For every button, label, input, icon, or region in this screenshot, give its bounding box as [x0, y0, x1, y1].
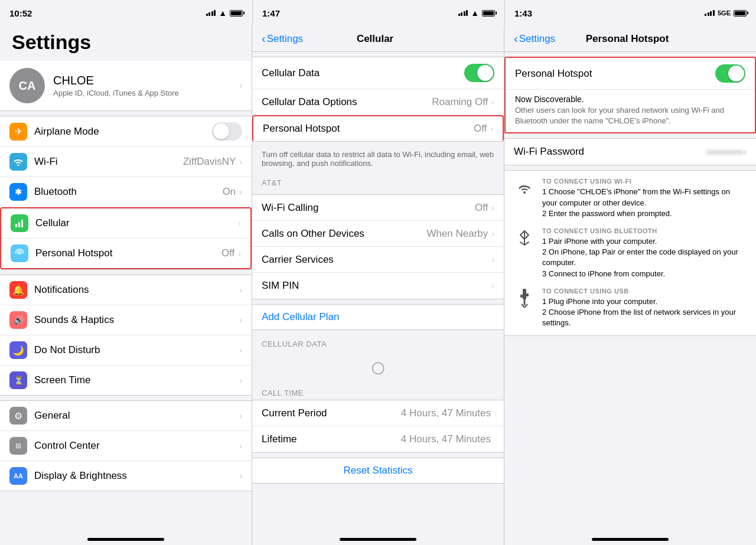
- signal-icon: [206, 10, 216, 16]
- settings-row-controlcenter[interactable]: ⊞ Control Center ›: [0, 431, 252, 461]
- time-panel3: 1:43: [514, 8, 532, 18]
- cellular-nav-title: Cellular: [303, 33, 447, 45]
- status-icons-panel3: 5GE: [705, 9, 747, 17]
- general-chevron: ›: [239, 411, 242, 420]
- wifi-calling-label: Wi-Fi Calling: [262, 202, 475, 214]
- screentime-icon: ⏳: [9, 371, 27, 389]
- settings-row-airplane[interactable]: ✈ Airplane Mode: [0, 116, 252, 147]
- connect-bt-step1: 1 Pair iPhone with your computer.: [542, 236, 747, 247]
- settings-row-personal-hotspot[interactable]: Personal Hotspot Off ›: [1, 239, 250, 268]
- hotspot-back-chevron-icon: ‹: [514, 32, 518, 45]
- hotspot-toggle-row[interactable]: Personal Hotspot: [506, 58, 755, 90]
- home-indicator-panel3: [504, 533, 756, 545]
- home-indicator-panel1: [0, 533, 252, 545]
- sim-pin-row[interactable]: SIM PIN ›: [252, 273, 504, 299]
- hotspot-main-toggle[interactable]: [715, 64, 745, 83]
- controlcenter-icon: ⊞: [9, 437, 27, 455]
- calls-devices-row[interactable]: Calls on Other Devices When Nearby ›: [252, 221, 504, 247]
- display-icon: AA: [9, 467, 27, 485]
- settings-row-bluetooth[interactable]: ✱ Bluetooth On ›: [0, 177, 252, 207]
- personal-hotspot-icon: [11, 244, 28, 262]
- cellular-back-label: Settings: [267, 33, 303, 45]
- wifi-calling-value: Off: [475, 202, 488, 214]
- carrier-services-label: Carrier Services: [262, 254, 491, 266]
- hotspot-scroll: Personal Hotspot Now Discoverable. Other…: [504, 52, 756, 533]
- cellular-data-toggle[interactable]: [464, 64, 494, 82]
- settings-row-display[interactable]: AA Display & Brightness ›: [0, 461, 252, 491]
- cellular-chevron: ›: [238, 218, 241, 228]
- settings-row-general[interactable]: ⚙ General ›: [0, 401, 252, 431]
- connect-wifi-icon: [514, 178, 535, 199]
- current-period-label: Current Period: [262, 407, 401, 419]
- notifications-label: Notifications: [34, 284, 239, 296]
- spinner-icon: ◯: [372, 360, 384, 374]
- svg-point-3: [18, 252, 21, 254]
- settings-row-notifications[interactable]: 🔔 Notifications ›: [0, 275, 252, 305]
- cellular-back-button[interactable]: ‹ Settings: [262, 32, 303, 45]
- lifetime-value: 4 Hours, 47 Minutes: [401, 433, 491, 445]
- svg-rect-1: [18, 222, 20, 227]
- connect-bt-step2: 2 On iPhone, tap Pair or enter the code …: [542, 247, 747, 268]
- connect-wifi-item: TO CONNECT USING WI-FI 1 Choose "CHLOE's…: [514, 178, 747, 219]
- current-period-value: 4 Hours, 47 Minutes: [401, 407, 491, 419]
- airplane-label: Airplane Mode: [34, 126, 212, 138]
- profile-row[interactable]: CA CHLOE Apple ID, iCloud, iTunes & App …: [0, 61, 252, 111]
- hotspot-back-button[interactable]: ‹ Settings: [514, 32, 555, 45]
- settings-list: CA CHLOE Apple ID, iCloud, iTunes & App …: [0, 61, 252, 533]
- panel-hotspot: ‹ Settings Personal Hotspot Personal Hot…: [504, 26, 756, 533]
- dnd-chevron: ›: [239, 345, 242, 355]
- home-bar2: [340, 538, 416, 541]
- settings-row-cellular[interactable]: Cellular ›: [1, 208, 250, 239]
- wifi-chevron: ›: [239, 157, 242, 167]
- connect-usb-text: TO CONNECT USING USB 1 Plug iPhone into …: [542, 288, 747, 329]
- connect-wifi-text: TO CONNECT USING WI-FI 1 Choose "CHLOE's…: [542, 178, 747, 219]
- airplane-toggle[interactable]: [212, 122, 242, 141]
- settings-row-screentime[interactable]: ⏳ Screen Time ›: [0, 365, 252, 395]
- profile-subtitle: Apple ID, iCloud, iTunes & App Store: [53, 89, 239, 97]
- reset-statistics[interactable]: Reset Statistics: [252, 458, 504, 484]
- panel-settings: Settings CA CHLOE Apple ID, iCloud, iTun…: [0, 26, 252, 533]
- carrier-services-row[interactable]: Carrier Services ›: [252, 247, 504, 273]
- general-label: General: [34, 410, 239, 422]
- back-chevron-icon: ‹: [262, 32, 266, 45]
- 5ge-icon: 5GE: [718, 9, 731, 17]
- home-bar3: [592, 538, 669, 541]
- wifi-password-row[interactable]: Wi-Fi Password •••••••••••• ›: [504, 139, 756, 165]
- settings-row-dnd[interactable]: 🌙 Do Not Disturb ›: [0, 335, 252, 365]
- panel-cellular: ‹ Settings Cellular Cellular Data Cellul…: [252, 26, 504, 533]
- sim-pin-label: SIM PIN: [262, 280, 491, 292]
- wifi-icon: ▲: [219, 8, 227, 18]
- cellular-data-options-row[interactable]: Cellular Data Options Roaming Off ›: [252, 89, 504, 115]
- lifetime-label: Lifetime: [262, 433, 401, 445]
- connect-wifi-step1: 1 Choose "CHLOE's iPhone" from the Wi-Fi…: [542, 187, 747, 208]
- att-group: Wi-Fi Calling Off › Calls on Other Devic…: [252, 194, 504, 299]
- time-panel2: 1:47: [262, 8, 280, 18]
- call-time-group: Current Period 4 Hours, 47 Minutes Lifet…: [252, 400, 504, 453]
- settings-row-wifi[interactable]: Wi-Fi ZiffDavisNY ›: [0, 147, 252, 177]
- wifi-setting-icon: [9, 153, 27, 171]
- hotspot-nav-title: Personal Hotspot: [555, 33, 699, 45]
- cellular-label: Cellular: [35, 217, 238, 229]
- wifi-calling-row[interactable]: Wi-Fi Calling Off ›: [252, 195, 504, 221]
- general-icon: ⚙: [9, 407, 27, 425]
- svg-rect-0: [15, 224, 17, 227]
- hotspot-label: Personal Hotspot: [35, 247, 221, 259]
- hotspot-nav: ‹ Settings Personal Hotspot: [504, 26, 756, 52]
- time-panel1: 10:52: [9, 8, 32, 18]
- connect-bluetooth-title: TO CONNECT USING BLUETOOTH: [542, 227, 747, 234]
- status-icons-panel1: ▲: [206, 8, 243, 18]
- controlcenter-label: Control Center: [34, 440, 239, 452]
- add-cellular-plan[interactable]: Add Cellular Plan: [252, 304, 504, 330]
- cellular-hotspot-value: Off: [474, 123, 487, 135]
- settings-row-sounds[interactable]: 🔊 Sounds & Haptics ›: [0, 305, 252, 335]
- connect-wifi-step2: 2 Enter the password when prompted.: [542, 208, 747, 219]
- general-group: ⚙ General › ⊞ Control Center › AA Displa…: [0, 400, 252, 491]
- att-section-header: AT&T: [252, 174, 504, 190]
- cellular-personal-hotspot-row[interactable]: Personal Hotspot Off ›: [252, 115, 504, 141]
- wifi-calling-chevron: ›: [491, 203, 494, 213]
- carrier-services-chevron: ›: [491, 255, 494, 265]
- bluetooth-icon: ✱: [9, 183, 27, 201]
- cellular-data-options-chevron: ›: [491, 97, 494, 107]
- cellular-data-row[interactable]: Cellular Data: [252, 57, 504, 89]
- bluetooth-value: On: [223, 186, 236, 198]
